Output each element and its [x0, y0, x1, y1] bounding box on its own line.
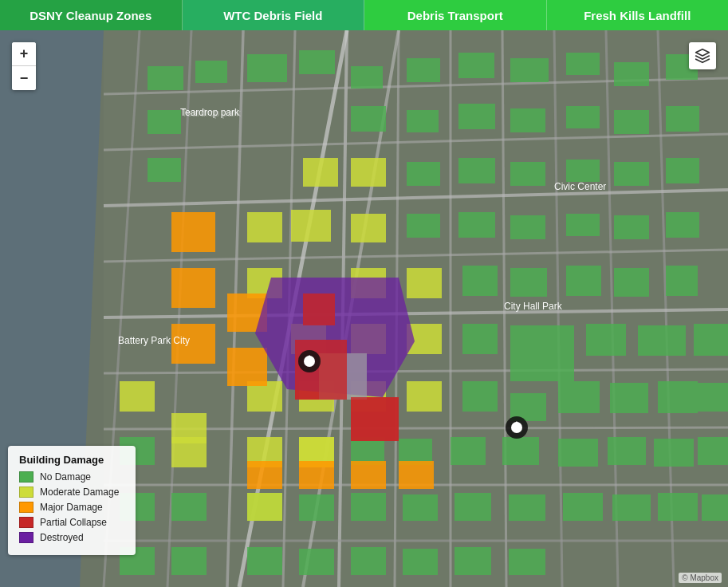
svg-rect-89	[563, 493, 603, 521]
svg-rect-77	[451, 437, 486, 465]
svg-rect-96	[403, 549, 438, 575]
svg-rect-27	[148, 66, 183, 90]
svg-text:Civic Center: Civic Center	[554, 181, 606, 192]
svg-rect-95	[351, 547, 386, 575]
svg-rect-60	[510, 268, 547, 297]
svg-rect-61	[566, 266, 601, 296]
svg-rect-98	[509, 549, 545, 575]
svg-rect-41	[458, 104, 495, 129]
svg-rect-143	[303, 294, 335, 325]
svg-rect-103	[171, 547, 207, 575]
svg-rect-50	[614, 162, 649, 186]
svg-rect-38	[148, 110, 181, 134]
svg-text:Teardrop park: Teardrop park	[180, 107, 240, 118]
svg-text:City Hall Park: City Hall Park	[504, 301, 563, 312]
svg-rect-65	[510, 325, 574, 381]
layer-control-button[interactable]	[689, 42, 716, 69]
legend-item-partial: Partial Collapse	[19, 517, 124, 528]
legend-item-major: Major Damage	[19, 502, 124, 513]
svg-rect-39	[351, 106, 386, 132]
svg-rect-131	[299, 461, 334, 489]
svg-rect-48	[510, 162, 545, 186]
svg-rect-105	[291, 210, 331, 242]
svg-rect-45	[666, 106, 699, 132]
legend-item-moderate: Moderate Damage	[19, 487, 124, 498]
svg-rect-107	[351, 158, 386, 187]
svg-rect-73	[658, 381, 698, 413]
svg-rect-55	[566, 214, 600, 236]
svg-rect-67	[638, 325, 686, 356]
zoom-controls: + −	[12, 42, 36, 90]
legend-swatch-purple	[19, 532, 33, 543]
svg-rect-86	[403, 494, 438, 521]
svg-rect-42	[510, 108, 545, 132]
svg-rect-94	[299, 549, 334, 575]
svg-rect-35	[566, 53, 600, 75]
svg-rect-59	[462, 266, 498, 296]
svg-rect-104	[247, 212, 282, 242]
svg-rect-47	[458, 158, 495, 183]
svg-rect-32	[407, 58, 440, 82]
tab-transport[interactable]: Debris Transport	[364, 0, 547, 30]
svg-rect-130	[227, 348, 267, 386]
svg-rect-115	[407, 381, 442, 412]
svg-rect-118	[171, 437, 207, 467]
legend-label-no-damage: No Damage	[40, 471, 91, 483]
svg-rect-33	[458, 53, 494, 78]
svg-rect-40	[407, 110, 439, 132]
svg-rect-72	[610, 383, 648, 413]
legend: Building Damage No Damage Moderate Damag…	[8, 446, 136, 555]
tab-bar: DSNY Cleanup Zones WTC Debris Field Debr…	[0, 0, 728, 30]
zoom-in-button[interactable]: +	[12, 42, 36, 66]
map-container: Teardrop park Teardrop park Battery Park…	[0, 30, 728, 587]
svg-rect-82	[698, 437, 728, 465]
svg-text:Battery Park City: Battery Park City	[118, 335, 190, 346]
svg-rect-31	[351, 66, 383, 89]
legend-swatch-orange	[19, 502, 33, 513]
svg-rect-63	[666, 266, 698, 296]
svg-rect-30	[299, 50, 335, 74]
svg-rect-108	[303, 158, 338, 187]
svg-rect-92	[702, 494, 728, 521]
svg-rect-49	[566, 160, 600, 182]
tab-wtc[interactable]: WTC Debris Field	[183, 0, 365, 30]
map-attribution: © Mapbox	[679, 573, 722, 583]
svg-rect-44	[614, 110, 649, 134]
legend-label-moderate: Moderate Damage	[40, 487, 119, 498]
svg-rect-66	[586, 324, 626, 356]
svg-rect-68	[694, 324, 728, 356]
svg-rect-127	[171, 268, 215, 308]
svg-rect-134	[399, 461, 434, 489]
svg-rect-36	[614, 62, 649, 86]
svg-rect-87	[455, 493, 491, 521]
svg-rect-93	[247, 547, 282, 575]
svg-rect-52	[407, 214, 440, 238]
tab-landfill[interactable]: Fresh Kills Landfill	[547, 0, 729, 30]
svg-rect-91	[658, 493, 698, 521]
svg-rect-125	[247, 493, 282, 521]
legend-title: Building Damage	[19, 454, 124, 466]
svg-rect-85	[351, 493, 386, 521]
svg-rect-58	[148, 158, 181, 182]
legend-swatch-green	[19, 471, 33, 483]
svg-rect-75	[351, 437, 384, 465]
svg-rect-29	[247, 54, 287, 82]
tab-dsny[interactable]: DSNY Cleanup Zones	[0, 0, 183, 30]
svg-rect-119	[120, 381, 155, 412]
legend-label-destroyed: Destroyed	[40, 532, 84, 543]
svg-rect-126	[171, 212, 215, 252]
svg-rect-69	[462, 381, 498, 412]
legend-item-destroyed: Destroyed	[19, 532, 124, 543]
svg-rect-97	[455, 547, 491, 575]
zoom-out-button[interactable]: −	[12, 66, 36, 90]
svg-rect-57	[666, 212, 699, 238]
svg-rect-64	[462, 324, 498, 354]
svg-rect-80	[608, 437, 646, 465]
legend-swatch-yellow	[19, 487, 33, 498]
svg-rect-106	[351, 214, 386, 242]
svg-rect-90	[612, 494, 651, 521]
legend-item-no-damage: No Damage	[19, 471, 124, 483]
legend-label-partial: Partial Collapse	[40, 517, 107, 528]
svg-rect-43	[566, 106, 600, 128]
svg-rect-133	[247, 461, 282, 489]
